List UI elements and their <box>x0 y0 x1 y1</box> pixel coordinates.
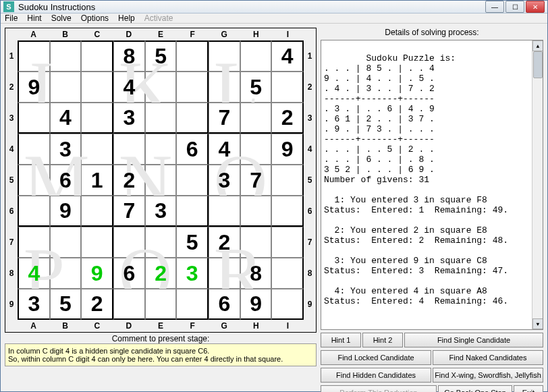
sudoku-cell[interactable] <box>18 165 50 196</box>
sudoku-cell[interactable]: 7 <box>209 103 240 134</box>
find-locked-button[interactable]: Find Locked Candidate <box>321 350 431 365</box>
sudoku-cell[interactable] <box>240 134 272 165</box>
sudoku-cell[interactable] <box>81 134 113 165</box>
sudoku-cell[interactable] <box>271 289 304 320</box>
sudoku-cell[interactable]: 9 <box>50 196 82 227</box>
sudoku-cell[interactable] <box>50 40 82 72</box>
hint1-button[interactable]: Hint 1 <box>321 333 361 347</box>
scrollbar[interactable]: ▲ ▼ <box>532 40 543 329</box>
sudoku-cell[interactable] <box>81 40 113 72</box>
sudoku-cell[interactable]: 7 <box>113 196 145 227</box>
sudoku-cell[interactable] <box>18 196 50 227</box>
sudoku-cell[interactable]: 9 <box>271 134 304 165</box>
sudoku-cell[interactable] <box>176 196 209 227</box>
sudoku-cell[interactable] <box>113 289 145 320</box>
sudoku-cell[interactable]: 4 <box>271 40 304 72</box>
menu-hint[interactable]: Hint <box>27 13 41 23</box>
scroll-up-icon[interactable]: ▲ <box>532 40 543 51</box>
sudoku-cell[interactable] <box>209 258 240 289</box>
sudoku-cell[interactable]: 4 <box>209 134 240 165</box>
sudoku-cell[interactable] <box>18 40 50 72</box>
sudoku-cell[interactable]: P <box>50 258 82 289</box>
sudoku-cell[interactable] <box>18 227 50 258</box>
sudoku-cell[interactable] <box>240 40 272 72</box>
sudoku-cell[interactable]: 3 <box>209 165 240 196</box>
sudoku-cell[interactable]: 3 <box>113 103 145 134</box>
sudoku-cell[interactable]: 2 <box>81 289 113 320</box>
sudoku-cell[interactable]: 4 <box>18 258 50 289</box>
maximize-button[interactable]: ☐ <box>505 1 524 13</box>
menu-options[interactable]: Options <box>81 13 109 23</box>
sudoku-cell[interactable] <box>176 40 209 72</box>
find-xwing-button[interactable]: Find X-wing, Swordfish, Jellyfish <box>433 368 543 383</box>
sudoku-cell[interactable]: 2 <box>271 103 304 134</box>
sudoku-cell[interactable] <box>145 289 177 320</box>
sudoku-cell[interactable] <box>176 72 209 103</box>
sudoku-cell[interactable] <box>271 72 304 103</box>
sudoku-cell[interactable]: 4 <box>50 103 82 134</box>
sudoku-cell[interactable]: 5 <box>176 227 209 258</box>
go-back-button[interactable]: Go Back One Step <box>438 385 512 392</box>
sudoku-cell[interactable] <box>209 72 240 103</box>
sudoku-cell[interactable]: 3 <box>50 134 82 165</box>
sudoku-cell[interactable]: 8R <box>240 258 272 289</box>
sudoku-cell[interactable]: 6 <box>113 258 145 289</box>
sudoku-cell[interactable] <box>240 196 272 227</box>
sudoku-cell[interactable]: 7O <box>240 165 272 196</box>
sudoku-cell[interactable] <box>209 196 240 227</box>
sudoku-cell[interactable] <box>240 103 272 134</box>
sudoku-cell[interactable]: 3 <box>18 289 50 320</box>
sudoku-cell[interactable] <box>271 196 304 227</box>
sudoku-cell[interactable]: 5 <box>50 289 82 320</box>
sudoku-cell[interactable]: 6 <box>209 289 240 320</box>
find-single-button[interactable]: Find Single Candidate <box>404 333 543 347</box>
minimize-button[interactable]: — <box>485 1 504 13</box>
hint2-button[interactable]: Hint 2 <box>362 333 403 347</box>
sudoku-cell[interactable] <box>145 227 177 258</box>
sudoku-cell[interactable] <box>176 289 209 320</box>
sudoku-cell[interactable] <box>145 103 177 134</box>
sudoku-cell[interactable] <box>271 227 304 258</box>
menu-solve[interactable]: Solve <box>51 13 72 23</box>
sudoku-cell[interactable]: 3 <box>176 258 209 289</box>
sudoku-cell[interactable] <box>113 227 145 258</box>
sudoku-cell[interactable]: 2Q <box>145 258 177 289</box>
menu-file[interactable]: File <box>5 13 18 23</box>
sudoku-cell[interactable]: 9 <box>81 258 113 289</box>
sudoku-cell[interactable] <box>145 134 177 165</box>
sudoku-cell[interactable]: 2 <box>209 227 240 258</box>
sudoku-cell[interactable] <box>50 227 82 258</box>
exit-button[interactable]: Exit <box>514 385 543 392</box>
scroll-down-icon[interactable]: ▼ <box>532 318 543 329</box>
sudoku-cell[interactable] <box>81 227 113 258</box>
sudoku-cell[interactable] <box>18 134 50 165</box>
sudoku-cell[interactable]: 4 <box>113 72 145 103</box>
sudoku-cell[interactable]: 5 <box>145 40 177 72</box>
sudoku-cell[interactable]: 5L <box>240 72 272 103</box>
sudoku-cell[interactable] <box>209 40 240 72</box>
menu-help[interactable]: Help <box>118 13 135 23</box>
sudoku-cell[interactable]: 8 <box>113 40 145 72</box>
sudoku-cell[interactable] <box>271 165 304 196</box>
sudoku-cell[interactable] <box>81 196 113 227</box>
sudoku-cell[interactable]: 6M <box>50 165 82 196</box>
sudoku-cell[interactable] <box>113 134 145 165</box>
sudoku-cell[interactable]: 2 <box>113 165 145 196</box>
find-hidden-button[interactable]: Find Hidden Candidates <box>321 368 431 383</box>
sudoku-cell[interactable]: 3 <box>145 196 177 227</box>
sudoku-cell[interactable]: 9 <box>240 289 272 320</box>
sudoku-cell[interactable] <box>176 103 209 134</box>
scroll-thumb[interactable] <box>533 51 543 78</box>
sudoku-cell[interactable] <box>240 227 272 258</box>
sudoku-cell[interactable]: J <box>50 72 82 103</box>
sudoku-cell[interactable] <box>271 258 304 289</box>
sudoku-cell[interactable] <box>81 72 113 103</box>
sudoku-cell[interactable] <box>18 103 50 134</box>
find-naked-button[interactable]: Find Naked Candidates <box>433 350 543 365</box>
sudoku-cell[interactable] <box>176 165 209 196</box>
sudoku-cell[interactable]: 6 <box>176 134 209 165</box>
sudoku-cell[interactable]: 9 <box>18 72 50 103</box>
sudoku-cell[interactable] <box>81 103 113 134</box>
sudoku-cell[interactable]: 1 <box>81 165 113 196</box>
close-button[interactable]: ✕ <box>526 1 545 13</box>
